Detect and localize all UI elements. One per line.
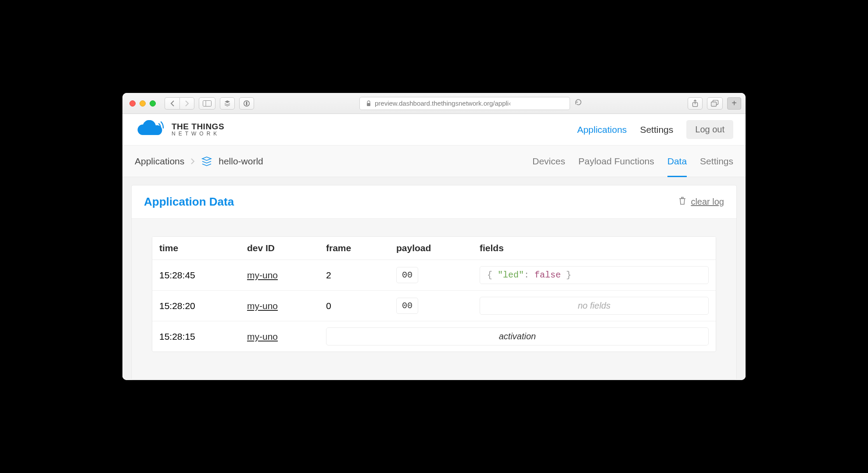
dev-id-link[interactable]: my-uno: [247, 301, 278, 311]
tab-devices[interactable]: Devices: [532, 146, 565, 177]
data-table: time dev ID frame payload fields 15:28:4…: [152, 236, 716, 352]
brand-logo[interactable]: THE THINGS NETWORK: [135, 120, 224, 139]
fields-json: { "led": false }: [480, 266, 709, 284]
subtabs: Devices Payload Functions Data Settings: [532, 146, 733, 177]
trash-icon: [678, 196, 686, 207]
col-frame: frame: [319, 237, 389, 260]
address-bar[interactable]: preview.dashboard.thethingsnetwork.org/a…: [359, 97, 570, 110]
chevron-right-icon: [184, 100, 190, 107]
chevron-right-icon: [190, 156, 195, 167]
table-row: 15:28:15 my-uno activation: [152, 321, 716, 352]
payload-chip: 00: [396, 298, 418, 314]
panel-title: Application Data: [144, 195, 234, 209]
share-button[interactable]: [688, 97, 703, 110]
back-button[interactable]: [165, 97, 179, 110]
breadcrumb-app: hello-world: [219, 156, 263, 167]
content: Application Data clear log: [122, 177, 746, 380]
col-fields: fields: [473, 237, 716, 260]
table-row: 15:28:45 my-uno 2 00 { "led": false }: [152, 260, 716, 291]
address-bar-wrap: preview.dashboard.thethingsnetwork.org/a…: [258, 97, 683, 110]
top-nav: Applications Settings Log out: [577, 120, 733, 139]
share-icon: [692, 100, 699, 107]
table-wrap: time dev ID frame payload fields 15:28:4…: [132, 219, 736, 380]
col-payload: payload: [389, 237, 473, 260]
cell-time: 15:28:45: [152, 260, 240, 291]
close-window-button[interactable]: [129, 100, 136, 107]
no-fields: no fields: [480, 297, 709, 315]
maximize-window-button[interactable]: [150, 100, 156, 107]
payload-chip: 00: [396, 267, 418, 283]
browser-toolbar: preview.dashboard.thethingsnetwork.org/a…: [122, 93, 746, 114]
tab-payload[interactable]: Payload Functions: [578, 146, 654, 177]
application-icon: [201, 156, 212, 167]
topbar: THE THINGS NETWORK Applications Settings…: [122, 114, 746, 146]
window-controls: [129, 100, 156, 107]
sidebar-icon: [203, 100, 212, 107]
info-icon: [243, 100, 250, 107]
cell-time: 15:28:15: [152, 321, 240, 352]
nav-settings[interactable]: Settings: [640, 124, 673, 135]
breadcrumb-root[interactable]: Applications: [135, 156, 184, 167]
activation-row: activation: [326, 327, 709, 345]
cloud-icon: [135, 120, 166, 139]
panel: Application Data clear log: [131, 185, 737, 380]
page: THE THINGS NETWORK Applications Settings…: [122, 114, 746, 380]
svg-rect-7: [711, 102, 717, 106]
new-tab-button[interactable]: +: [727, 97, 741, 110]
reload-icon: [574, 98, 582, 106]
subbar: Applications hello-world Devices Payload…: [122, 146, 746, 177]
logout-button[interactable]: Log out: [686, 120, 733, 139]
brand-text: THE THINGS NETWORK: [172, 122, 224, 137]
tab-settings[interactable]: Settings: [700, 146, 733, 177]
cell-frame: 0: [319, 291, 389, 321]
dev-id-link[interactable]: my-uno: [247, 331, 278, 341]
svg-rect-0: [203, 100, 212, 106]
dev-id-link[interactable]: my-uno: [247, 270, 278, 280]
clear-log-button[interactable]: clear log: [678, 196, 724, 207]
lock-icon: [366, 100, 371, 107]
col-dev-id: dev ID: [240, 237, 319, 260]
col-time: time: [152, 237, 240, 260]
tabs-icon: [711, 100, 719, 107]
panel-header: Application Data clear log: [132, 185, 736, 219]
clear-log-label: clear log: [691, 197, 724, 207]
plus-icon: +: [732, 98, 737, 108]
forward-button[interactable]: [179, 97, 194, 110]
tabs-button[interactable]: [707, 97, 723, 110]
nav-applications[interactable]: Applications: [577, 124, 627, 135]
reload-button[interactable]: [574, 98, 582, 108]
cell-frame: 2: [319, 260, 389, 291]
ext-button-1[interactable]: [220, 97, 235, 110]
cell-time: 15:28:20: [152, 291, 240, 321]
svg-rect-4: [367, 103, 370, 106]
brand-line1: THE THINGS: [172, 122, 224, 131]
nav-back-forward: [165, 97, 194, 110]
table-row: 15:28:20 my-uno 0 00 no fields: [152, 291, 716, 321]
brand-line2: NETWORK: [172, 131, 224, 137]
tab-data[interactable]: Data: [667, 146, 687, 177]
ext-button-2[interactable]: [239, 97, 254, 110]
breadcrumb: Applications hello-world: [135, 156, 263, 167]
sidebar-toggle-button[interactable]: [199, 97, 215, 110]
stack-icon: [224, 100, 231, 107]
chrome-right: +: [688, 97, 741, 110]
url-text: preview.dashboard.thethingsnetwork.org/a…: [375, 100, 511, 107]
chevron-left-icon: [170, 100, 175, 107]
browser-window: preview.dashboard.thethingsnetwork.org/a…: [122, 93, 746, 380]
table-header-row: time dev ID frame payload fields: [152, 237, 716, 260]
minimize-window-button[interactable]: [140, 100, 146, 107]
